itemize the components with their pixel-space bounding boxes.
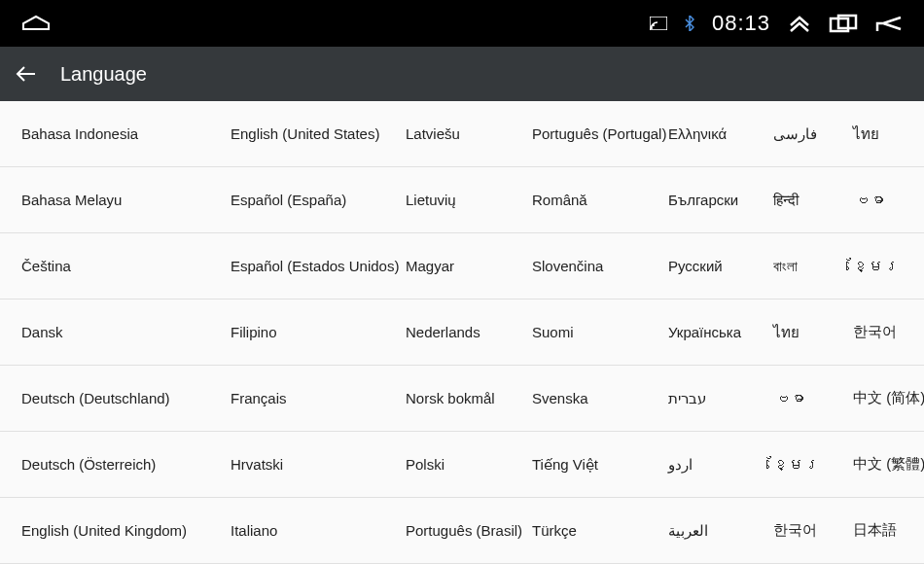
language-option[interactable]: Română xyxy=(513,167,649,233)
language-option[interactable]: العربية xyxy=(649,498,754,564)
language-option[interactable]: বাংলা xyxy=(754,233,834,300)
language-option[interactable]: Magyar xyxy=(386,233,513,300)
cast-icon xyxy=(650,17,667,30)
settings-header: Language xyxy=(0,47,924,101)
home-icon[interactable] xyxy=(19,14,53,33)
language-option[interactable]: Bahasa Melayu xyxy=(0,167,211,233)
language-option[interactable]: Latviešu xyxy=(386,101,513,167)
language-option[interactable]: Українська xyxy=(649,300,754,366)
language-option[interactable]: Slovenčina xyxy=(513,233,649,300)
page-title: Language xyxy=(60,63,147,86)
language-option[interactable]: Tiếng Việt xyxy=(513,432,649,498)
language-option[interactable]: Русский xyxy=(649,233,754,300)
language-option[interactable]: اردو xyxy=(649,432,754,498)
language-option[interactable]: ไทย xyxy=(834,101,924,167)
language-option[interactable]: 한국어 xyxy=(754,498,834,564)
language-option[interactable]: فارسى xyxy=(754,101,834,167)
language-list: Bahasa Indonesia Bahasa Melayu Čeština D… xyxy=(0,101,924,564)
language-option[interactable]: Italiano xyxy=(211,498,386,564)
language-option[interactable]: English (United Kingdom) xyxy=(0,498,211,564)
language-option[interactable]: Português (Portugal) xyxy=(513,101,649,167)
language-option[interactable]: Čeština xyxy=(0,233,211,300)
language-option[interactable]: ဗမာ xyxy=(754,366,834,432)
language-option[interactable]: Svenska xyxy=(513,366,649,432)
recents-icon[interactable] xyxy=(829,14,858,33)
language-option[interactable]: Deutsch (Österreich) xyxy=(0,432,211,498)
back-icon[interactable] xyxy=(875,14,905,33)
language-option[interactable]: Nederlands xyxy=(386,300,513,366)
language-option[interactable]: עברית xyxy=(649,366,754,432)
language-option[interactable]: Français xyxy=(211,366,386,432)
language-option[interactable]: Español (España) xyxy=(211,167,386,233)
language-option[interactable]: Български xyxy=(649,167,754,233)
language-option[interactable]: 한국어 xyxy=(834,300,924,366)
language-option[interactable]: Español (Estados Unidos) xyxy=(211,233,386,300)
language-option[interactable]: Türkçe xyxy=(513,498,649,564)
language-option[interactable]: ဗမာ xyxy=(834,167,924,233)
language-option[interactable]: 日本語 xyxy=(834,498,924,564)
language-option[interactable]: Ελληνικά xyxy=(649,101,754,167)
language-option[interactable]: हिन्दी xyxy=(754,167,834,233)
language-option[interactable]: English (United States) xyxy=(211,101,386,167)
collapse-icon[interactable] xyxy=(788,14,811,33)
language-option[interactable]: Bahasa Indonesia xyxy=(0,101,211,167)
language-option[interactable]: ไทย xyxy=(754,300,834,366)
language-option[interactable]: Suomi xyxy=(513,300,649,366)
status-bar: 08:13 xyxy=(0,0,924,47)
language-option[interactable]: Polski xyxy=(386,432,513,498)
svg-point-1 xyxy=(651,27,653,29)
clock-time: 08:13 xyxy=(712,11,770,36)
language-option[interactable]: Hrvatski xyxy=(211,432,386,498)
language-option[interactable]: Dansk xyxy=(0,300,211,366)
language-option[interactable]: Português (Brasil) xyxy=(386,498,513,564)
language-option[interactable]: Lietuvių xyxy=(386,167,513,233)
language-option[interactable]: ខ្មែរ xyxy=(834,233,924,300)
language-option[interactable]: 中文 (简体) xyxy=(834,366,924,432)
language-option[interactable]: Filipino xyxy=(211,300,386,366)
bluetooth-icon xyxy=(685,16,694,31)
language-option[interactable]: ខ្មែរ xyxy=(754,432,834,498)
language-option[interactable]: 中文 (繁體) xyxy=(834,432,924,498)
header-back-button[interactable] xyxy=(16,63,37,85)
language-option[interactable]: Norsk bokmål xyxy=(386,366,513,432)
language-option[interactable]: Deutsch (Deutschland) xyxy=(0,366,211,432)
